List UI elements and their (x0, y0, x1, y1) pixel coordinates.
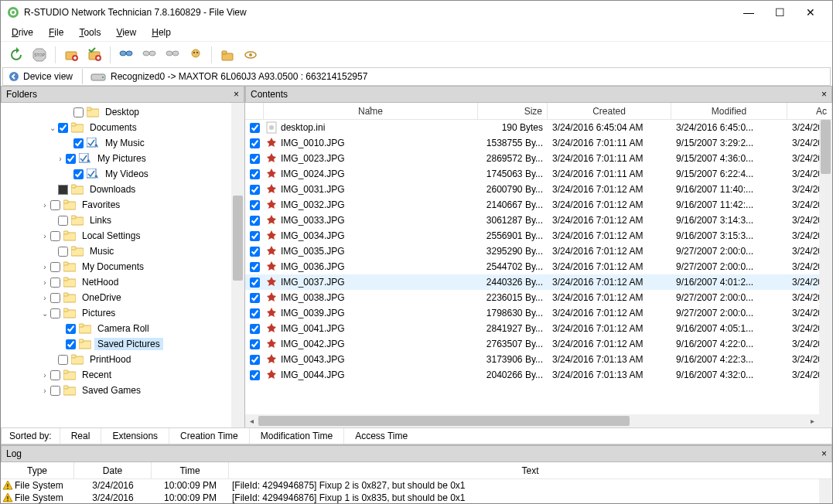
table-row[interactable]: IMG_0023.JPG2869572 By...3/24/2016 7:01:… (245, 151, 832, 166)
tree-checkbox[interactable] (58, 216, 68, 226)
tree-checkbox[interactable] (50, 200, 60, 210)
device-view-button[interactable]: Device view (3, 69, 83, 84)
row-checkbox[interactable] (250, 185, 260, 195)
expand-icon[interactable]: › (39, 201, 50, 209)
tree-checkbox[interactable] (58, 123, 68, 133)
tree-checkbox[interactable] (50, 308, 60, 318)
table-row[interactable]: IMG_0036.JPG2544702 By...3/24/2016 7:01:… (245, 259, 832, 274)
find-button[interactable] (115, 44, 137, 66)
log-rows[interactable]: File System3/24/201610:00:09 PM[FileId: … (1, 479, 832, 504)
table-row[interactable]: IMG_0032.JPG2140667 By...3/24/2016 7:01:… (245, 197, 832, 213)
log-close-icon[interactable]: × (821, 448, 827, 459)
tree-checkbox[interactable] (58, 247, 68, 257)
sort-real[interactable]: Real (60, 428, 101, 444)
refresh-button[interactable] (5, 44, 27, 66)
row-checkbox[interactable] (250, 370, 260, 380)
tree-row[interactable]: ⌄Pictures (1, 305, 244, 321)
folders-tree[interactable]: Desktop⌄DocumentsMy Music›My PicturesMy … (1, 103, 244, 427)
expand-icon[interactable]: › (39, 278, 50, 287)
row-checkbox[interactable] (250, 262, 260, 272)
tree-row[interactable]: My Videos (1, 166, 244, 182)
contents-scrollbar[interactable] (819, 120, 832, 414)
table-row[interactable]: desktop.ini190 Bytes3/24/2016 6:45:04 AM… (245, 120, 832, 135)
recover-marked-button[interactable] (84, 44, 105, 66)
table-row[interactable]: IMG_0043.JPG3173906 By...3/24/2016 7:01:… (245, 352, 832, 367)
log-col-time[interactable]: Time (152, 462, 229, 478)
tree-checkbox[interactable] (73, 138, 84, 148)
tree-row[interactable]: Camera Roll (1, 321, 244, 336)
tree-checkbox[interactable] (66, 154, 76, 164)
menu-file[interactable]: File (43, 26, 70, 39)
table-row[interactable]: IMG_0024.JPG1745063 By...3/24/2016 7:01:… (245, 166, 832, 182)
expand-icon[interactable]: ⌄ (39, 309, 50, 318)
breadcrumb-path[interactable]: Recognized0 -> MAXTOR 6L060J3 A93.0500 :… (83, 70, 375, 83)
tree-row[interactable]: Music (1, 243, 244, 259)
menu-help[interactable]: Help (145, 26, 177, 39)
preview-button[interactable] (240, 44, 261, 66)
close-button[interactable]: ✕ (795, 3, 826, 22)
log-scrollbar[interactable] (819, 479, 832, 504)
table-row[interactable]: IMG_0042.JPG2763507 By...3/24/2016 7:01:… (245, 336, 832, 352)
sort-extensions[interactable]: Extensions (101, 428, 169, 444)
tree-checkbox[interactable] (50, 262, 60, 272)
row-checkbox[interactable] (250, 339, 260, 349)
tree-row[interactable]: Saved Pictures (1, 336, 244, 352)
table-row[interactable]: IMG_0037.JPG2440326 By...3/24/2016 7:01:… (245, 274, 832, 290)
table-row[interactable]: IMG_0034.JPG2556901 By...3/24/2016 7:01:… (245, 228, 832, 243)
menu-view[interactable]: View (110, 26, 142, 39)
find-prev-button[interactable] (162, 44, 183, 66)
col-check[interactable] (245, 103, 264, 119)
row-checkbox[interactable] (250, 154, 260, 164)
tree-row[interactable]: ›My Pictures (1, 151, 244, 166)
log-col-date[interactable]: Date (74, 462, 152, 478)
log-col-type[interactable]: Type (1, 462, 74, 478)
tree-row[interactable]: ›My Documents (1, 259, 244, 274)
tree-checkbox[interactable] (50, 386, 60, 396)
row-checkbox[interactable] (250, 138, 260, 148)
tree-checkbox[interactable] (50, 293, 60, 303)
table-row[interactable]: IMG_0010.JPG1538755 By...3/24/2016 7:01:… (245, 135, 832, 151)
stop-button[interactable]: STOP (29, 44, 50, 66)
col-name[interactable]: ▴Name (264, 103, 478, 119)
maximize-button[interactable]: ☐ (764, 3, 795, 22)
col-size[interactable]: Size (478, 103, 548, 119)
tree-checkbox[interactable] (50, 231, 60, 241)
row-checkbox[interactable] (250, 324, 260, 334)
folders-close-icon[interactable]: × (234, 89, 239, 100)
menu-tools[interactable]: Tools (73, 26, 107, 39)
tree-row[interactable]: ›Local Settings (1, 228, 244, 243)
tree-row[interactable]: ⌄Documents (1, 120, 244, 135)
find-next-button[interactable] (138, 44, 160, 66)
folders-scrollbar[interactable] (231, 103, 244, 427)
table-row[interactable]: IMG_0044.JPG2040266 By...3/24/2016 7:01:… (245, 367, 832, 383)
log-row[interactable]: File System3/24/201610:00:09 PM[FileId: … (1, 479, 832, 492)
contents-close-icon[interactable]: × (821, 89, 827, 100)
file-mask-button[interactable] (185, 44, 207, 66)
table-row[interactable]: IMG_0038.JPG2236015 By...3/24/2016 7:01:… (245, 290, 832, 305)
tree-row[interactable]: ›OneDrive (1, 290, 244, 305)
tree-checkbox[interactable] (50, 278, 60, 288)
log-row[interactable]: File System3/24/201610:00:09 PM[FileId: … (1, 492, 832, 504)
tree-checkbox[interactable] (66, 339, 76, 349)
tree-row[interactable]: My Music (1, 135, 244, 151)
tree-checkbox[interactable] (58, 185, 68, 195)
row-checkbox[interactable] (250, 123, 260, 133)
col-accessed[interactable]: Ac (787, 103, 832, 119)
tree-row[interactable]: Downloads (1, 182, 244, 197)
expand-icon[interactable]: › (39, 387, 50, 395)
sort-mtime[interactable]: Modification Time (249, 428, 343, 444)
menu-drive[interactable]: Drive (5, 26, 39, 39)
row-checkbox[interactable] (250, 355, 260, 365)
row-checkbox[interactable] (250, 247, 260, 257)
row-checkbox[interactable] (250, 231, 260, 241)
recover-button[interactable] (60, 44, 82, 66)
tree-row[interactable]: Links (1, 213, 244, 228)
tree-row[interactable]: ›NetHood (1, 274, 244, 290)
tree-row[interactable]: ›Saved Games (1, 383, 244, 398)
file-table[interactable]: desktop.ini190 Bytes3/24/2016 6:45:04 AM… (245, 120, 832, 414)
tree-checkbox[interactable] (58, 355, 68, 365)
tree-row[interactable]: ›Recent (1, 367, 244, 383)
row-checkbox[interactable] (250, 308, 260, 318)
sort-ctime[interactable]: Creation Time (169, 428, 249, 444)
tree-checkbox[interactable] (66, 324, 76, 334)
